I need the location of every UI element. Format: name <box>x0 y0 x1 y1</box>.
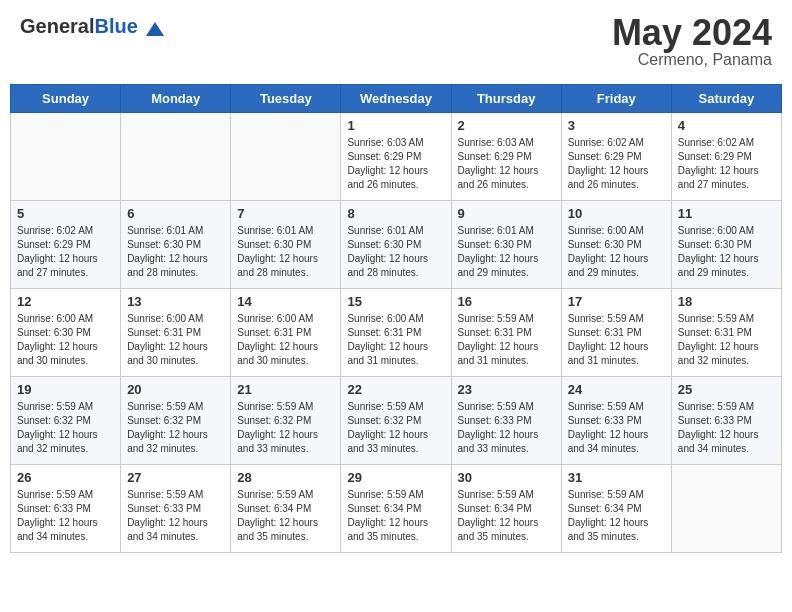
calendar-day-cell: 27Sunrise: 5:59 AM Sunset: 6:33 PM Dayli… <box>121 465 231 553</box>
day-number: 28 <box>237 470 334 485</box>
calendar-day-cell: 1Sunrise: 6:03 AM Sunset: 6:29 PM Daylig… <box>341 113 451 201</box>
day-info: Sunrise: 6:01 AM Sunset: 6:30 PM Dayligh… <box>237 224 334 280</box>
logo-blue: Blue <box>94 15 137 37</box>
day-info: Sunrise: 6:02 AM Sunset: 6:29 PM Dayligh… <box>678 136 775 192</box>
calendar-day-cell: 8Sunrise: 6:01 AM Sunset: 6:30 PM Daylig… <box>341 201 451 289</box>
month-year-title: May 2024 <box>612 15 772 51</box>
calendar-header-row: Sunday Monday Tuesday Wednesday Thursday… <box>11 85 782 113</box>
day-info: Sunrise: 5:59 AM Sunset: 6:31 PM Dayligh… <box>568 312 665 368</box>
logo-icon <box>144 18 166 40</box>
day-info: Sunrise: 6:00 AM Sunset: 6:30 PM Dayligh… <box>678 224 775 280</box>
page-header: GeneralBlue May 2024 Cermeno, Panama <box>10 10 782 74</box>
calendar-day-cell: 31Sunrise: 5:59 AM Sunset: 6:34 PM Dayli… <box>561 465 671 553</box>
day-number: 8 <box>347 206 444 221</box>
day-number: 12 <box>17 294 114 309</box>
calendar-day-cell: 18Sunrise: 5:59 AM Sunset: 6:31 PM Dayli… <box>671 289 781 377</box>
calendar-day-cell: 3Sunrise: 6:02 AM Sunset: 6:29 PM Daylig… <box>561 113 671 201</box>
calendar-week-row: 19Sunrise: 5:59 AM Sunset: 6:32 PM Dayli… <box>11 377 782 465</box>
day-number: 30 <box>458 470 555 485</box>
day-info: Sunrise: 6:00 AM Sunset: 6:31 PM Dayligh… <box>237 312 334 368</box>
day-info: Sunrise: 6:02 AM Sunset: 6:29 PM Dayligh… <box>17 224 114 280</box>
day-number: 6 <box>127 206 224 221</box>
day-number: 19 <box>17 382 114 397</box>
header-tuesday: Tuesday <box>231 85 341 113</box>
day-info: Sunrise: 5:59 AM Sunset: 6:33 PM Dayligh… <box>127 488 224 544</box>
day-info: Sunrise: 5:59 AM Sunset: 6:32 PM Dayligh… <box>347 400 444 456</box>
calendar-day-cell: 19Sunrise: 5:59 AM Sunset: 6:32 PM Dayli… <box>11 377 121 465</box>
day-info: Sunrise: 5:59 AM Sunset: 6:33 PM Dayligh… <box>678 400 775 456</box>
day-info: Sunrise: 5:59 AM Sunset: 6:34 PM Dayligh… <box>347 488 444 544</box>
calendar-day-cell <box>121 113 231 201</box>
header-thursday: Thursday <box>451 85 561 113</box>
calendar-day-cell: 4Sunrise: 6:02 AM Sunset: 6:29 PM Daylig… <box>671 113 781 201</box>
day-number: 11 <box>678 206 775 221</box>
day-info: Sunrise: 5:59 AM Sunset: 6:34 PM Dayligh… <box>458 488 555 544</box>
calendar-day-cell <box>671 465 781 553</box>
day-info: Sunrise: 6:01 AM Sunset: 6:30 PM Dayligh… <box>127 224 224 280</box>
day-number: 24 <box>568 382 665 397</box>
calendar-day-cell: 29Sunrise: 5:59 AM Sunset: 6:34 PM Dayli… <box>341 465 451 553</box>
logo-text: GeneralBlue <box>20 15 166 40</box>
day-info: Sunrise: 6:01 AM Sunset: 6:30 PM Dayligh… <box>347 224 444 280</box>
day-number: 5 <box>17 206 114 221</box>
logo-general: General <box>20 15 94 37</box>
day-number: 29 <box>347 470 444 485</box>
day-info: Sunrise: 6:00 AM Sunset: 6:31 PM Dayligh… <box>347 312 444 368</box>
day-info: Sunrise: 5:59 AM Sunset: 6:32 PM Dayligh… <box>127 400 224 456</box>
day-number: 10 <box>568 206 665 221</box>
day-number: 17 <box>568 294 665 309</box>
calendar-day-cell: 26Sunrise: 5:59 AM Sunset: 6:33 PM Dayli… <box>11 465 121 553</box>
day-number: 9 <box>458 206 555 221</box>
day-info: Sunrise: 5:59 AM Sunset: 6:32 PM Dayligh… <box>237 400 334 456</box>
calendar-day-cell: 30Sunrise: 5:59 AM Sunset: 6:34 PM Dayli… <box>451 465 561 553</box>
day-info: Sunrise: 6:03 AM Sunset: 6:29 PM Dayligh… <box>347 136 444 192</box>
day-number: 7 <box>237 206 334 221</box>
calendar-day-cell: 7Sunrise: 6:01 AM Sunset: 6:30 PM Daylig… <box>231 201 341 289</box>
calendar-day-cell: 22Sunrise: 5:59 AM Sunset: 6:32 PM Dayli… <box>341 377 451 465</box>
calendar-day-cell: 10Sunrise: 6:00 AM Sunset: 6:30 PM Dayli… <box>561 201 671 289</box>
svg-marker-0 <box>146 22 164 36</box>
day-number: 18 <box>678 294 775 309</box>
calendar-week-row: 5Sunrise: 6:02 AM Sunset: 6:29 PM Daylig… <box>11 201 782 289</box>
day-number: 20 <box>127 382 224 397</box>
header-sunday: Sunday <box>11 85 121 113</box>
header-saturday: Saturday <box>671 85 781 113</box>
day-number: 27 <box>127 470 224 485</box>
calendar-day-cell: 16Sunrise: 5:59 AM Sunset: 6:31 PM Dayli… <box>451 289 561 377</box>
calendar-day-cell <box>231 113 341 201</box>
day-info: Sunrise: 6:01 AM Sunset: 6:30 PM Dayligh… <box>458 224 555 280</box>
calendar-day-cell: 6Sunrise: 6:01 AM Sunset: 6:30 PM Daylig… <box>121 201 231 289</box>
day-number: 1 <box>347 118 444 133</box>
day-info: Sunrise: 6:02 AM Sunset: 6:29 PM Dayligh… <box>568 136 665 192</box>
day-info: Sunrise: 6:00 AM Sunset: 6:30 PM Dayligh… <box>568 224 665 280</box>
header-monday: Monday <box>121 85 231 113</box>
calendar-day-cell: 15Sunrise: 6:00 AM Sunset: 6:31 PM Dayli… <box>341 289 451 377</box>
day-info: Sunrise: 5:59 AM Sunset: 6:34 PM Dayligh… <box>568 488 665 544</box>
day-info: Sunrise: 6:00 AM Sunset: 6:30 PM Dayligh… <box>17 312 114 368</box>
calendar-day-cell: 24Sunrise: 5:59 AM Sunset: 6:33 PM Dayli… <box>561 377 671 465</box>
calendar-day-cell: 2Sunrise: 6:03 AM Sunset: 6:29 PM Daylig… <box>451 113 561 201</box>
calendar-table: Sunday Monday Tuesday Wednesday Thursday… <box>10 84 782 553</box>
calendar-day-cell: 9Sunrise: 6:01 AM Sunset: 6:30 PM Daylig… <box>451 201 561 289</box>
calendar-day-cell: 17Sunrise: 5:59 AM Sunset: 6:31 PM Dayli… <box>561 289 671 377</box>
day-number: 25 <box>678 382 775 397</box>
calendar-day-cell: 14Sunrise: 6:00 AM Sunset: 6:31 PM Dayli… <box>231 289 341 377</box>
header-wednesday: Wednesday <box>341 85 451 113</box>
day-info: Sunrise: 5:59 AM Sunset: 6:33 PM Dayligh… <box>17 488 114 544</box>
day-info: Sunrise: 6:00 AM Sunset: 6:31 PM Dayligh… <box>127 312 224 368</box>
calendar-day-cell <box>11 113 121 201</box>
day-number: 3 <box>568 118 665 133</box>
calendar-week-row: 1Sunrise: 6:03 AM Sunset: 6:29 PM Daylig… <box>11 113 782 201</box>
calendar-day-cell: 5Sunrise: 6:02 AM Sunset: 6:29 PM Daylig… <box>11 201 121 289</box>
calendar-day-cell: 13Sunrise: 6:00 AM Sunset: 6:31 PM Dayli… <box>121 289 231 377</box>
calendar-day-cell: 23Sunrise: 5:59 AM Sunset: 6:33 PM Dayli… <box>451 377 561 465</box>
calendar-day-cell: 28Sunrise: 5:59 AM Sunset: 6:34 PM Dayli… <box>231 465 341 553</box>
day-number: 13 <box>127 294 224 309</box>
day-number: 4 <box>678 118 775 133</box>
calendar-week-row: 26Sunrise: 5:59 AM Sunset: 6:33 PM Dayli… <box>11 465 782 553</box>
day-info: Sunrise: 5:59 AM Sunset: 6:33 PM Dayligh… <box>458 400 555 456</box>
day-number: 14 <box>237 294 334 309</box>
day-number: 2 <box>458 118 555 133</box>
header-friday: Friday <box>561 85 671 113</box>
day-info: Sunrise: 5:59 AM Sunset: 6:31 PM Dayligh… <box>458 312 555 368</box>
